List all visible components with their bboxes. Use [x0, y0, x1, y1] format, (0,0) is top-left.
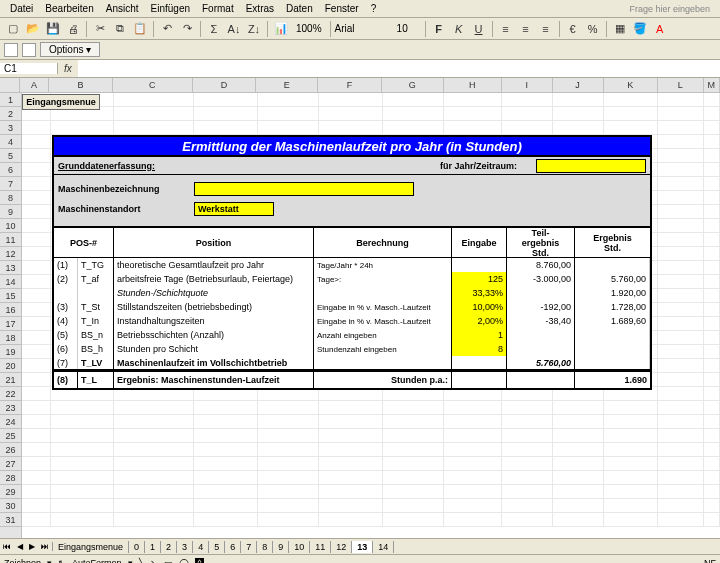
row-header-21[interactable]: 21 [0, 373, 21, 387]
copy-icon[interactable]: ⧉ [111, 20, 129, 38]
align-left-icon[interactable]: ≡ [497, 20, 515, 38]
tab-5[interactable]: 5 [209, 541, 225, 553]
fx-icon[interactable]: fx [58, 63, 78, 74]
tab-1[interactable]: 1 [145, 541, 161, 553]
zeichnen-label[interactable]: Zeichnen [4, 558, 41, 564]
row-header-26[interactable]: 26 [0, 443, 21, 457]
col-header-J[interactable]: J [553, 78, 604, 92]
cell-eingabe[interactable]: 10,00% [452, 300, 507, 314]
rect-icon[interactable]: ▭ [164, 558, 173, 564]
tab-9[interactable]: 9 [273, 541, 289, 553]
font-color-icon[interactable]: A [651, 20, 669, 38]
row-header-5[interactable]: 5 [0, 149, 21, 163]
arrow-icon[interactable]: ↘ [150, 558, 158, 564]
row-header-25[interactable]: 25 [0, 429, 21, 443]
tab-prev-icon[interactable]: ◀ [14, 542, 26, 551]
menu-einfuegen[interactable]: Einfügen [145, 1, 196, 16]
row-header-4[interactable]: 4 [0, 135, 21, 149]
paste-icon[interactable]: 📋 [131, 20, 149, 38]
col-header-D[interactable]: D [193, 78, 257, 92]
currency-icon[interactable]: € [564, 20, 582, 38]
col-header-M[interactable]: M [704, 78, 720, 92]
font-size-select[interactable]: 10 [397, 23, 421, 34]
tab-11[interactable]: 11 [310, 541, 331, 553]
options-button[interactable]: Options ▾ [40, 42, 100, 57]
menu-help[interactable]: ? [365, 1, 383, 16]
row-header-8[interactable]: 8 [0, 191, 21, 205]
tab-eingangsmenue[interactable]: Eingangsmenue [53, 541, 129, 553]
zoom-level[interactable]: 100% [292, 23, 326, 34]
cell-eingabe[interactable]: 8 [452, 342, 507, 356]
percent-icon[interactable]: % [584, 20, 602, 38]
autoformen-button[interactable]: AutoFormen [72, 558, 122, 564]
row-header-22[interactable]: 22 [0, 387, 21, 401]
masch-std-input[interactable]: Werkstatt [194, 202, 274, 216]
row-header-12[interactable]: 12 [0, 247, 21, 261]
row-header-16[interactable]: 16 [0, 303, 21, 317]
row-header-10[interactable]: 10 [0, 219, 21, 233]
row-header-11[interactable]: 11 [0, 233, 21, 247]
menu-fenster[interactable]: Fenster [319, 1, 365, 16]
row-header-7[interactable]: 7 [0, 177, 21, 191]
menu-format[interactable]: Format [196, 1, 240, 16]
row-header-3[interactable]: 3 [0, 121, 21, 135]
tab-10[interactable]: 10 [289, 541, 310, 553]
fill-color-icon[interactable]: 🪣 [631, 20, 649, 38]
tab-next-icon[interactable]: ▶ [26, 542, 38, 551]
borders-icon[interactable]: ▦ [611, 20, 629, 38]
oval-icon[interactable]: ◯ [179, 558, 189, 564]
tab-0[interactable]: 0 [129, 541, 145, 553]
select-all-corner[interactable] [0, 78, 20, 92]
tab-4[interactable]: 4 [193, 541, 209, 553]
row-header-15[interactable]: 15 [0, 289, 21, 303]
row-header-30[interactable]: 30 [0, 499, 21, 513]
tab-14[interactable]: 14 [373, 541, 394, 553]
tab-8[interactable]: 8 [257, 541, 273, 553]
sort-asc-icon[interactable]: A↓ [225, 20, 243, 38]
italic-icon[interactable]: K [450, 20, 468, 38]
col-header-G[interactable]: G [382, 78, 444, 92]
save-icon[interactable]: 💾 [44, 20, 62, 38]
row-header-1[interactable]: 1 [0, 93, 21, 107]
font-name-select[interactable]: Arial [335, 23, 395, 34]
row-header-17[interactable]: 17 [0, 317, 21, 331]
sort-desc-icon[interactable]: Z↓ [245, 20, 263, 38]
formula-input[interactable] [78, 60, 720, 77]
sum-icon[interactable]: Σ [205, 20, 223, 38]
color-swatch-1[interactable] [4, 43, 18, 57]
row-header-20[interactable]: 20 [0, 359, 21, 373]
row-header-28[interactable]: 28 [0, 471, 21, 485]
print-icon[interactable]: 🖨 [64, 20, 82, 38]
cut-icon[interactable]: ✂ [91, 20, 109, 38]
menu-extras[interactable]: Extras [240, 1, 280, 16]
cells-area[interactable]: Eingangsmenue Ermittlung der Maschinenla… [22, 93, 720, 538]
col-header-C[interactable]: C [113, 78, 193, 92]
open-icon[interactable]: 📂 [24, 20, 42, 38]
cell-eingabe[interactable]: 33,33% [452, 286, 507, 300]
row-header-9[interactable]: 9 [0, 205, 21, 219]
row-header-6[interactable]: 6 [0, 163, 21, 177]
col-header-A[interactable]: A [20, 78, 49, 92]
col-header-L[interactable]: L [658, 78, 703, 92]
tab-7[interactable]: 7 [241, 541, 257, 553]
row-header-23[interactable]: 23 [0, 401, 21, 415]
undo-icon[interactable]: ↶ [158, 20, 176, 38]
cell-eingabe[interactable]: 2,00% [452, 314, 507, 328]
tab-3[interactable]: 3 [177, 541, 193, 553]
row-header-14[interactable]: 14 [0, 275, 21, 289]
menu-ansicht[interactable]: Ansicht [100, 1, 145, 16]
tab-last-icon[interactable]: ⏭ [38, 542, 52, 551]
col-header-I[interactable]: I [502, 78, 553, 92]
align-right-icon[interactable]: ≡ [537, 20, 555, 38]
col-header-H[interactable]: H [444, 78, 502, 92]
textbox-icon[interactable]: 🅰 [195, 558, 204, 564]
row-header-27[interactable]: 27 [0, 457, 21, 471]
masch-bez-input[interactable] [194, 182, 414, 196]
tab-13[interactable]: 13 [352, 541, 373, 553]
col-header-F[interactable]: F [318, 78, 382, 92]
row-header-31[interactable]: 31 [0, 513, 21, 527]
chart-icon[interactable]: 📊 [272, 20, 290, 38]
menu-bearbeiten[interactable]: Bearbeiten [39, 1, 99, 16]
align-center-icon[interactable]: ≡ [517, 20, 535, 38]
eingangsmenue-button[interactable]: Eingangsmenue [22, 94, 100, 110]
